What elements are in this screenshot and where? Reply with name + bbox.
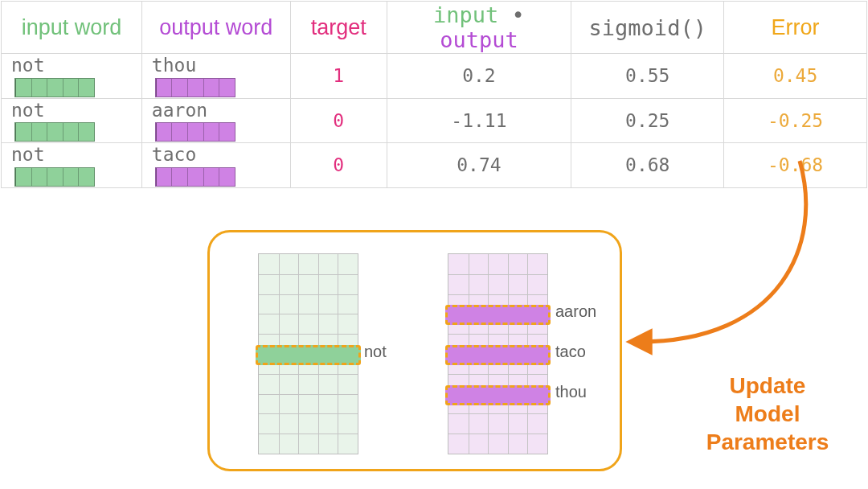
cell-output-word: taco (141, 143, 290, 188)
cell-dot: 0.2 (387, 54, 571, 99)
input-embedding-matrix (258, 253, 358, 454)
cell-error: 0.45 (724, 54, 867, 99)
cell-error: -0.25 (724, 98, 867, 143)
output-row-highlight-aaron (445, 305, 551, 325)
output-vector-icon (155, 167, 235, 187)
input-vector-icon (14, 78, 95, 97)
dot-input-part: input (433, 2, 498, 27)
caption-line1: Update (730, 373, 806, 398)
output-vector-icon (155, 122, 235, 142)
update-arrow-icon (619, 157, 828, 366)
cell-target: 0 (290, 98, 387, 143)
col-target: target (290, 2, 387, 54)
output-row-highlight-taco (445, 345, 551, 365)
input-vector-icon (14, 122, 95, 142)
output-row-label-aaron: aaron (555, 302, 596, 321)
cell-input-word: not (2, 98, 142, 143)
table-row: not thou 1 0.2 0.55 0.45 (2, 54, 867, 99)
output-row-label-taco: taco (555, 343, 586, 361)
training-table: input word output word target input • ou… (1, 1, 867, 188)
table-row: not taco 0 0.74 0.68 -0.68 (2, 143, 867, 188)
cell-input-word: not (2, 54, 142, 99)
cell-output-word: thou (141, 54, 290, 99)
input-word-text: not (11, 100, 58, 121)
col-sigmoid: sigmoid() (571, 2, 724, 54)
output-word-text: thou (152, 55, 199, 76)
cell-input-word: not (2, 143, 142, 188)
header-row: input word output word target input • ou… (2, 2, 867, 54)
input-word-text: not (11, 55, 58, 76)
input-vector-icon (14, 167, 95, 187)
output-row-highlight-thou (445, 385, 551, 405)
cell-sigmoid: 0.25 (571, 98, 724, 143)
cell-target: 0 (290, 143, 387, 188)
table-row: not aaron 0 -1.11 0.25 -0.25 (2, 98, 867, 143)
embedding-panel: not aaron taco thou (207, 230, 622, 471)
col-input-word: input word (2, 2, 142, 54)
col-error: Error (724, 2, 867, 54)
cell-dot: 0.74 (387, 143, 571, 188)
dot-output-part: output (440, 27, 518, 52)
cell-dot: -1.11 (387, 98, 571, 143)
col-dot: input • output (387, 2, 571, 54)
dot-bullet: • (512, 2, 525, 27)
col-output-word: output word (141, 2, 290, 54)
caption-line3: Parameters (706, 429, 829, 454)
input-row-label: not (364, 343, 387, 361)
cell-target: 1 (290, 54, 387, 99)
cell-sigmoid: 0.68 (571, 143, 724, 188)
cell-output-word: aaron (141, 98, 290, 143)
caption-line2: Model (735, 401, 800, 426)
cell-error: -0.68 (724, 143, 867, 188)
output-embedding-matrix (448, 253, 548, 454)
input-word-text: not (11, 144, 58, 165)
output-word-text: taco (152, 144, 199, 165)
output-word-text: aaron (152, 100, 207, 121)
cell-sigmoid: 0.55 (571, 54, 724, 99)
input-row-highlight (256, 345, 361, 365)
update-caption: Update Model Parameters (683, 372, 852, 456)
output-vector-icon (155, 78, 235, 97)
output-row-label-thou: thou (555, 383, 587, 401)
